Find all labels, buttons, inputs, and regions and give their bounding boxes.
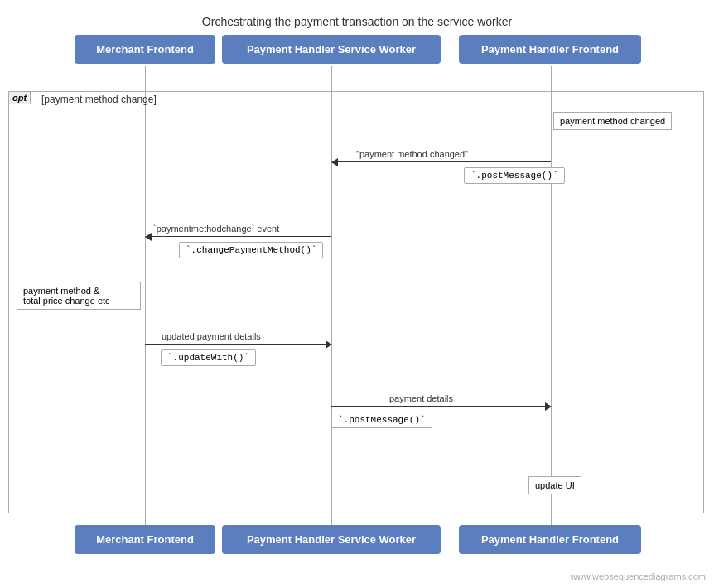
- opt-label: opt: [8, 91, 31, 104]
- code-changepaymentmethod: `.changePaymentMethod()`: [179, 242, 323, 258]
- actor-merchant-top: Merchant Frontend: [75, 35, 215, 64]
- actor-merchant-bottom: Merchant Frontend: [75, 525, 215, 554]
- label-updated-payment: updated payment details: [162, 331, 261, 341]
- label-payment-details: payment details: [389, 393, 453, 403]
- arrow-updated-payment: [145, 344, 331, 345]
- diagram-title: Orchestrating the payment transaction on…: [0, 7, 714, 35]
- arrow-payment-details: [331, 406, 551, 407]
- actor-serviceworker-bottom: Payment Handler Service Worker: [222, 525, 441, 554]
- actor-frontend-top: Payment Handler Frontend: [459, 35, 641, 64]
- code-postmessage-1: `.postMessage()`: [464, 167, 565, 184]
- code-updatewith: `.updateWith()`: [161, 349, 256, 366]
- label-paymentmethodchange: `paymentmethodchange` event: [153, 224, 279, 234]
- note-update-ui: update UI: [528, 476, 581, 494]
- watermark: www.websequencediagrams.com: [571, 571, 706, 581]
- opt-condition: [payment method change]: [41, 94, 157, 105]
- arrow-paymentmethodchange: [146, 236, 331, 237]
- arrow-payment-method-changed: [332, 161, 551, 162]
- code-postmessage-2: `.postMessage()`: [331, 412, 432, 428]
- note-price-change: payment method & total price change etc: [17, 282, 141, 310]
- note-payment-method-changed: payment method changed: [553, 112, 672, 130]
- label-payment-method-changed: "payment method changed": [356, 149, 468, 159]
- actor-serviceworker-top: Payment Handler Service Worker: [222, 35, 441, 64]
- diagram-container: Orchestrating the payment transaction on…: [0, 0, 714, 588]
- actor-frontend-bottom: Payment Handler Frontend: [459, 525, 641, 554]
